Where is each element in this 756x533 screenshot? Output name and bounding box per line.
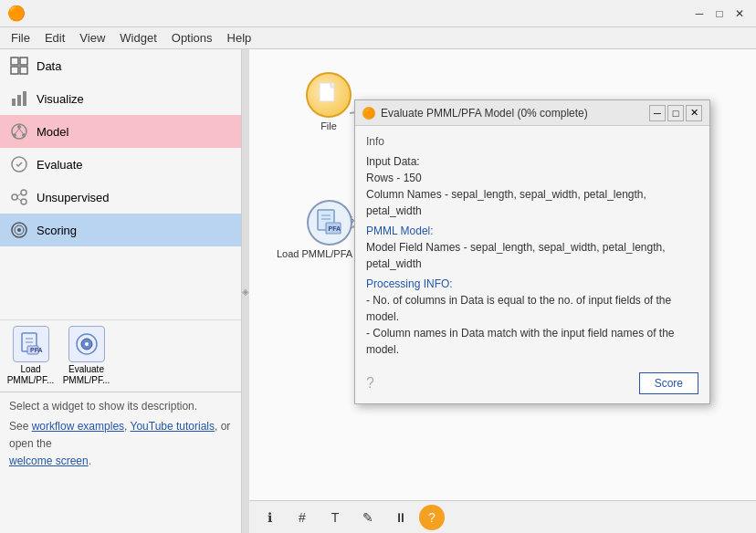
bottom-panel: Select a widget to show its description.… — [0, 392, 241, 533]
text-toolbar-btn[interactable]: T — [320, 505, 350, 530]
pause-toolbar-btn[interactable]: ⏸ — [386, 505, 415, 530]
dialog-processing-line2: - Column names in Data match with the in… — [366, 325, 698, 358]
sidebar-item-scoring-label: Scoring — [37, 224, 77, 237]
evaluate-icon — [9, 154, 29, 174]
minimize-button[interactable]: ─ — [690, 5, 709, 23]
model-icon — [9, 121, 29, 141]
close-button[interactable]: ✕ — [730, 5, 749, 23]
menu-view[interactable]: View — [72, 29, 112, 47]
bottom-toolbar: ℹ # T ✎ ⏸ ? — [249, 500, 756, 533]
arrow-toolbar-btn[interactable]: ✎ — [353, 505, 383, 530]
welcome-link[interactable]: welcome screen — [9, 455, 89, 467]
dialog-pmml-model-label: PMML Model: — [366, 225, 698, 237]
dialog-title-bar: 🟠 Evaluate PMML/PFA Model (0% complete) … — [355, 100, 709, 126]
dialog-processing-label: Processing INFO: — [366, 277, 698, 290]
widget-evaluate-pmml[interactable]: EvaluatePMML/PF... — [61, 326, 111, 386]
file-node-label: File — [320, 120, 337, 131]
svg-point-29 — [85, 342, 89, 346]
maximize-button[interactable]: □ — [710, 5, 729, 23]
sidebar-item-data[interactable]: Data — [0, 49, 241, 82]
menu-help[interactable]: Help — [220, 29, 259, 47]
menu-options[interactable]: Options — [164, 29, 220, 47]
svg-rect-0 — [11, 57, 18, 65]
sidebar-item-evaluate-label: Evaluate — [37, 158, 83, 172]
title-bar: 🟠 ─ □ ✕ — [0, 0, 756, 27]
dialog-title-left: 🟠 Evaluate PMML/PFA Model (0% complete) — [362, 107, 588, 120]
svg-point-16 — [21, 199, 26, 204]
dialog-help-icon[interactable]: ? — [366, 375, 374, 392]
dialog-footer-right: Score — [639, 372, 698, 394]
resize-icon: ◈ — [242, 287, 249, 297]
canvas-area: Data Scoring Model — [249, 49, 756, 533]
dialog-maximize-button[interactable]: □ — [667, 105, 684, 121]
widget-load-pmml-label: LoadPMML/PF... — [7, 364, 55, 386]
dialog-column-names: Column Names - sepal_length, sepal_width… — [366, 186, 698, 219]
app-icon: 🟠 — [7, 5, 26, 22]
dialog-controls: ─ □ ✕ — [649, 105, 702, 121]
sidebar-widgets: PFA LoadPMML/PF... EvaluatePMML/PF... — [0, 319, 241, 392]
see-prefix: See — [9, 420, 32, 433]
sidebar-item-data-label: Data — [37, 59, 61, 73]
file-node-circle — [306, 72, 352, 118]
load-pmml-icon: PFA — [13, 326, 49, 362]
svg-point-21 — [17, 228, 21, 232]
file-node[interactable]: File — [306, 72, 352, 131]
svg-point-9 — [13, 133, 16, 137]
dialog-model-field: Model Field Names - sepal_length, sepal_… — [366, 239, 698, 272]
menu-bar: File Edit View Widget Options Help — [0, 27, 756, 49]
svg-point-15 — [21, 190, 26, 195]
svg-line-11 — [16, 129, 19, 133]
workflow-examples-link[interactable]: workflow examples — [32, 420, 124, 433]
dialog-content: Info Input Data: Rows - 150 Column Names… — [355, 126, 709, 367]
info-toolbar-btn[interactable]: ℹ — [255, 505, 284, 530]
main-layout: Data Visualize — [0, 49, 756, 533]
svg-rect-5 — [17, 95, 21, 106]
svg-text:PFA: PFA — [328, 225, 341, 232]
svg-rect-4 — [12, 99, 16, 106]
suffix: . — [89, 455, 91, 467]
widget-evaluate-pmml-label: EvaluatePMML/PF... — [63, 364, 110, 386]
pmml-node-circle: PFA — [307, 200, 352, 246]
menu-edit[interactable]: Edit — [37, 29, 72, 47]
dialog-close-button[interactable]: ✕ — [686, 105, 702, 121]
grid-toolbar-btn[interactable]: # — [288, 505, 317, 530]
sidebar-item-list: Data Visualize — [0, 49, 241, 319]
sidebar-item-model[interactable]: Model — [0, 115, 241, 148]
sidebar-item-visualize[interactable]: Visualize — [0, 82, 241, 115]
svg-point-10 — [22, 133, 26, 137]
dialog-section-info: Info — [366, 135, 698, 148]
evaluate-pmml-icon — [68, 326, 105, 362]
dialog-minimize-button[interactable]: ─ — [649, 105, 666, 121]
widget-load-pmml[interactable]: PFA LoadPMML/PF... — [5, 326, 56, 386]
evaluate-dialog[interactable]: 🟠 Evaluate PMML/PFA Model (0% complete) … — [354, 99, 710, 404]
svg-text:PFA: PFA — [30, 347, 43, 353]
svg-rect-3 — [20, 67, 27, 74]
scoring-icon — [9, 220, 29, 240]
svg-rect-1 — [20, 57, 27, 65]
data-icon — [9, 56, 29, 76]
title-bar-controls: ─ □ ✕ — [690, 5, 749, 23]
score-button[interactable]: Score — [639, 372, 698, 394]
menu-widget[interactable]: Widget — [112, 29, 163, 47]
bottom-links: See workflow examples, YouTube tutorials… — [9, 418, 232, 471]
svg-rect-6 — [23, 91, 26, 106]
sidebar-item-model-label: Model — [37, 125, 68, 139]
sidebar-resize[interactable]: ◈ — [242, 49, 249, 533]
bottom-description: Select a widget to show its description. — [9, 400, 232, 413]
help-toolbar-btn[interactable]: ? — [419, 505, 445, 530]
sidebar-item-unsupervised[interactable]: Unsupervised — [0, 181, 241, 214]
svg-point-14 — [12, 194, 17, 200]
menu-file[interactable]: File — [4, 29, 37, 47]
dialog-title-icon: 🟠 — [362, 107, 375, 120]
title-bar-left: 🟠 — [7, 5, 31, 22]
sidebar-item-evaluate[interactable]: Evaluate — [0, 148, 241, 181]
dialog-rows-label: Rows - 150 — [366, 170, 698, 186]
dialog-footer: ? Score — [355, 367, 709, 403]
youtube-link[interactable]: YouTube tutorials — [131, 420, 215, 433]
dialog-title-text: Evaluate PMML/PFA Model (0% complete) — [381, 107, 588, 120]
sidebar-item-unsupervised-label: Unsupervised — [37, 191, 110, 204]
sidebar-item-scoring[interactable]: Scoring — [0, 214, 241, 246]
sidebar-item-visualize-label: Visualize — [37, 92, 84, 106]
unsupervised-icon — [9, 187, 29, 207]
svg-rect-2 — [11, 67, 18, 74]
